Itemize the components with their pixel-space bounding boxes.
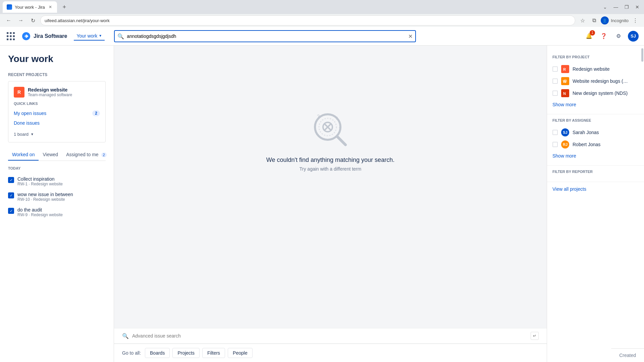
created-footer: Created <box>611 348 644 362</box>
assignee-avatar-sarah: SJ <box>561 128 569 136</box>
task-info-2: do the audit RW-9 · Redesign website <box>17 207 63 217</box>
goto-projects-button[interactable]: Projects <box>172 348 200 358</box>
topbar-right: 🔔 1 ❓ ⚙ SJ <box>584 31 639 42</box>
advanced-search-input[interactable] <box>132 333 527 339</box>
minimize-button[interactable]: — <box>612 3 620 11</box>
task-row-0[interactable]: Collect inspiration RW-1 · Redesign webs… <box>8 174 106 189</box>
jira-logo: Jira Software <box>21 32 67 41</box>
show-more-assignees-link[interactable]: Show more <box>552 150 639 161</box>
filter-checkbox-website-bugs[interactable] <box>552 78 558 84</box>
search-clear-button[interactable]: ✕ <box>408 33 413 39</box>
assigned-badge: 2 <box>101 153 107 157</box>
maximize-button[interactable]: ❐ <box>623 3 631 11</box>
task-meta-2: RW-9 · Redesign website <box>17 213 63 217</box>
tab-favicon <box>7 4 12 10</box>
chevron-down-icon[interactable]: ⌄ <box>601 3 609 11</box>
center-panel: ? ? ? We couldn't find anything matching… <box>114 46 547 362</box>
filter-checkbox-sarah[interactable] <box>552 130 558 135</box>
browser-tab[interactable]: Your work - Jira ✕ <box>3 1 57 13</box>
task-checkbox-1[interactable] <box>8 192 14 198</box>
settings-button[interactable]: ⚙ <box>613 31 624 42</box>
task-checkbox-2[interactable] <box>8 208 14 214</box>
profile-button[interactable]: 👤 <box>601 16 609 24</box>
search-input[interactable] <box>114 30 416 42</box>
filter-by-project-title: FILTER BY PROJECT <box>552 55 639 59</box>
tab-close-button[interactable]: ✕ <box>48 4 53 10</box>
board-label: 1 board <box>14 132 29 137</box>
project-icon-website-bugs: W <box>561 77 569 85</box>
close-window-button[interactable]: ✕ <box>633 3 641 11</box>
advanced-search-enter-button[interactable]: ↵ <box>531 332 539 340</box>
quick-link-open-issues[interactable]: My open issues 2 <box>14 108 100 118</box>
filter-by-assignee-title: FILTER BY ASSIGNEE <box>552 118 639 122</box>
new-tab-button[interactable]: + <box>60 2 69 12</box>
help-button[interactable]: ❓ <box>598 31 609 42</box>
board-row[interactable]: 1 board ▼ <box>14 132 100 137</box>
address-bar: ← → ↻ uifeed.atlassian.net/jira/your-wor… <box>0 14 644 27</box>
created-label: Created <box>619 353 636 358</box>
notifications-button[interactable]: 🔔 1 <box>584 31 594 42</box>
filter-checkbox-redesign[interactable] <box>552 66 558 72</box>
tab-worked-on[interactable]: Worked on <box>8 149 39 161</box>
date-section-label: TODAY <box>8 166 106 170</box>
task-row-1[interactable]: wow new issue in between RW-10 · Redesig… <box>8 189 106 204</box>
incognito-label: Incognito <box>611 18 629 23</box>
filter-assignee-robert[interactable]: RJ Robert Jonas <box>552 138 639 150</box>
show-more-projects-link[interactable]: Show more <box>552 99 639 110</box>
assignee-avatar-robert: RJ <box>561 140 569 148</box>
search-container: 🔍 ✕ <box>114 30 416 42</box>
jira-logo-icon <box>21 32 31 41</box>
more-options-button[interactable]: ⋮ <box>631 16 640 25</box>
task-meta-0: RW-1 · Redesign website <box>17 182 63 186</box>
filter-project-nds[interactable]: N New design system (NDS) <box>552 87 639 99</box>
svg-rect-8 <box>13 38 15 40</box>
svg-text:N: N <box>563 92 566 96</box>
goto-boards-button[interactable]: Boards <box>145 348 170 358</box>
split-view-button[interactable]: ⧉ <box>589 16 599 25</box>
filter-checkbox-nds[interactable] <box>552 90 558 96</box>
goto-people-button[interactable]: People <box>228 348 253 358</box>
filter-by-assignee-section: FILTER BY ASSIGNEE SJ Sarah Jonas RJ Rob… <box>547 114 644 166</box>
task-info-0: Collect inspiration RW-1 · Redesign webs… <box>17 176 63 186</box>
goto-filters-button[interactable]: Filters <box>202 348 225 358</box>
filter-checkbox-robert[interactable] <box>552 142 558 147</box>
address-bar-actions: ☆ ⧉ 👤 Incognito ⋮ <box>578 16 640 25</box>
right-filter-panel: FILTER BY PROJECT R Redesign website <box>547 46 644 362</box>
left-panel: Your work Recent projects R Redesign web… <box>0 46 114 362</box>
filter-by-project-section: FILTER BY PROJECT R Redesign website <box>547 51 644 114</box>
nav-your-work[interactable]: Your work ▼ <box>74 32 105 41</box>
open-issues-badge: 2 <box>92 110 100 116</box>
scrollbar-thumb[interactable] <box>641 48 643 62</box>
address-input[interactable]: uifeed.atlassian.net/jira/your-work <box>40 15 575 25</box>
bookmark-button[interactable]: ☆ <box>578 16 587 25</box>
recent-projects-label: Recent projects <box>8 72 106 77</box>
window-controls: ⌄ — ❐ ✕ <box>601 3 641 11</box>
tab-assigned-to-me[interactable]: Assigned to me 2 <box>62 149 111 161</box>
project-label-website-bugs: Website redesign bugs (… <box>573 78 628 84</box>
project-card[interactable]: R Redesign website Team-managed software… <box>8 81 106 142</box>
user-avatar[interactable]: SJ <box>628 31 639 42</box>
task-row-2[interactable]: do the audit RW-9 · Redesign website <box>8 204 106 220</box>
back-button[interactable]: ← <box>4 16 13 25</box>
view-all-projects-link[interactable]: View all projects <box>552 186 586 192</box>
svg-rect-1 <box>10 32 11 34</box>
page-title: Your work <box>8 54 106 64</box>
task-info-1: wow new issue in between RW-10 · Redesig… <box>17 192 73 202</box>
filter-project-website-bugs[interactable]: W Website redesign bugs (… <box>552 75 639 87</box>
filter-project-redesign[interactable]: R Redesign website <box>552 63 639 75</box>
forward-button[interactable]: → <box>16 16 25 25</box>
browser-chrome: Your work - Jira ✕ + ⌄ — ❐ ✕ <box>0 0 644 14</box>
project-label-nds: New design system (NDS) <box>573 90 628 96</box>
refresh-button[interactable]: ↻ <box>28 16 38 25</box>
apps-grid-button[interactable] <box>5 31 16 42</box>
svg-rect-0 <box>7 32 8 34</box>
svg-rect-2 <box>13 32 15 34</box>
svg-rect-6 <box>7 38 8 40</box>
filter-assignee-sarah[interactable]: SJ Sarah Jonas <box>552 126 639 138</box>
quick-link-done-issues[interactable]: Done issues <box>14 118 100 128</box>
svg-text:?: ? <box>335 116 338 121</box>
quick-links-label: QUICK LINKS <box>14 102 100 106</box>
advanced-search-bar: 🔍 ↵ <box>114 328 547 343</box>
tab-viewed[interactable]: Viewed <box>39 149 62 161</box>
task-checkbox-0[interactable] <box>8 177 14 183</box>
